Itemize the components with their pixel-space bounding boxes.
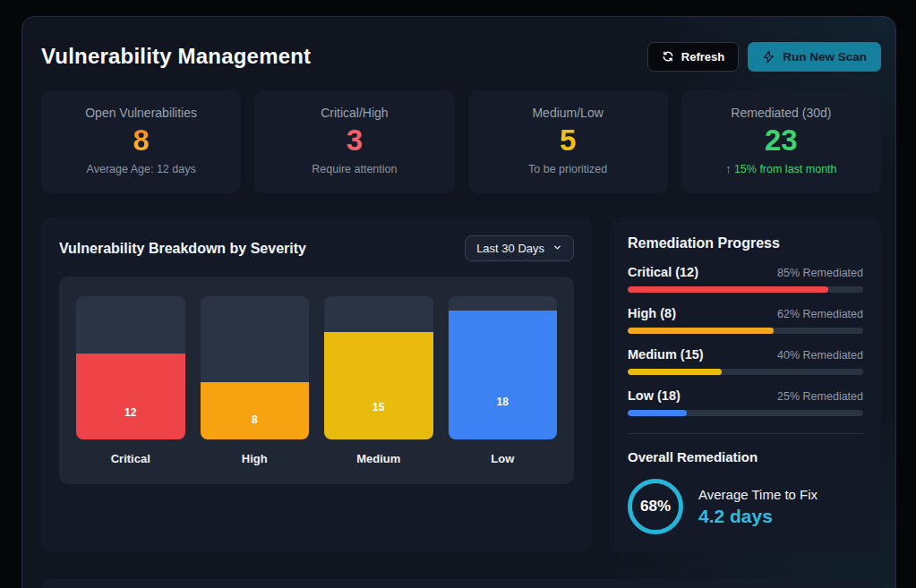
stat-card-medium-low: Medium/Low 5 To be prioritized — [468, 90, 668, 193]
stat-sub: Average Age: 12 days — [41, 163, 241, 175]
bar-value: 12 — [76, 406, 185, 419]
avg-time-label: Average Time to Fix — [698, 487, 818, 502]
progress-track — [628, 328, 863, 334]
stat-label: Remediated (30d) — [681, 106, 881, 120]
progress-label: Low (18) — [628, 388, 681, 403]
bar-label-high: High — [201, 452, 310, 465]
progress-fill-low — [628, 410, 687, 416]
bar-value: 18 — [449, 396, 558, 408]
time-range-value: Last 30 Days — [476, 242, 544, 255]
header: Vulnerability Management Refresh Run Ne — [41, 41, 881, 72]
bar-label-low: Low — [449, 452, 558, 465]
stat-sub: Require attention — [254, 163, 454, 175]
avg-time-value: 4.2 days — [698, 506, 818, 527]
run-new-scan-label: Run New Scan — [783, 50, 867, 64]
progress-row-medium: Medium (15) 40% Remediated — [628, 347, 863, 375]
page-title: Vulnerability Management — [41, 44, 311, 69]
progress-track — [628, 369, 863, 375]
chart-card-header: Vulnerability Breakdown by Severity Last… — [59, 235, 574, 261]
bar-track-high: 8 — [201, 296, 310, 439]
divider — [628, 433, 863, 434]
overall-remediation-title: Overall Remediation — [628, 449, 863, 464]
bar-track-critical: 12 — [76, 296, 185, 439]
bar-track-medium: 15 — [324, 296, 433, 439]
stat-value-remediated: 23 — [681, 124, 881, 157]
progress-row-low: Low (18) 25% Remediated — [628, 388, 863, 416]
page-background: { "header": { "title": "Vulnerability Ma… — [0, 0, 916, 588]
bar-label-critical: Critical — [76, 452, 185, 465]
stat-label: Critical/High — [254, 106, 454, 120]
overall-remediation-ring: 68% — [628, 479, 683, 534]
chart-title: Vulnerability Breakdown by Severity — [59, 241, 306, 257]
progress-label: Critical (12) — [628, 265, 698, 279]
progress-track — [628, 410, 863, 416]
bars-row: 12 8 15 18 — [76, 296, 557, 439]
progress-row-critical: Critical (12) 85% Remediated — [628, 265, 863, 293]
stat-card-critical-high: Critical/High 3 Require attention — [254, 90, 454, 193]
progress-status: 62% Remediated — [777, 308, 863, 320]
progress-fill-critical — [628, 286, 828, 293]
progress-fill-medium — [628, 369, 722, 375]
stat-value-critical-high: 3 — [254, 124, 454, 157]
bar-high: 8 — [201, 382, 310, 439]
stat-card-open-vulnerabilities: Open Vulnerabilities 8 Average Age: 12 d… — [41, 90, 241, 193]
progress-fill-high — [628, 328, 774, 334]
next-section-card — [41, 579, 881, 588]
severity-bar-chart: 12 8 15 18 — [59, 277, 574, 484]
refresh-button[interactable]: Refresh — [647, 42, 739, 72]
refresh-button-label: Refresh — [681, 50, 724, 64]
header-actions: Refresh Run New Scan — [647, 42, 881, 72]
progress-status: 85% Remediated — [777, 267, 863, 279]
stat-label: Medium/Low — [468, 106, 668, 120]
run-new-scan-button[interactable]: Run New Scan — [748, 42, 881, 72]
stat-value-medium-low: 5 — [468, 124, 668, 157]
stat-card-remediated: Remediated (30d) 23 ↑ 15% from last mont… — [681, 90, 881, 193]
remediation-title: Remediation Progress — [628, 235, 863, 251]
bar-track-low: 18 — [449, 296, 558, 439]
progress-label: Medium (15) — [628, 347, 704, 362]
main-row: Vulnerability Breakdown by Severity Last… — [41, 217, 881, 551]
stat-label: Open Vulnerabilities — [41, 106, 241, 120]
stat-sub: To be prioritized — [468, 163, 668, 175]
bar-medium: 15 — [324, 332, 433, 439]
bar-value: 15 — [324, 401, 433, 413]
avg-time-block: Average Time to Fix 4.2 days — [698, 487, 818, 527]
remediation-progress-card: Remediation Progress Critical (12) 85% R… — [610, 217, 881, 552]
progress-status: 25% Remediated — [777, 390, 863, 403]
refresh-icon — [662, 50, 674, 63]
dashboard-container: Vulnerability Management Refresh Run Ne — [21, 16, 896, 588]
stat-trend: ↑ 15% from last month — [681, 163, 881, 175]
bar-labels-row: Critical High Medium Low — [76, 452, 557, 465]
overall-remediation-row: 68% Average Time to Fix 4.2 days — [628, 479, 863, 534]
severity-chart-card: Vulnerability Breakdown by Severity Last… — [41, 217, 592, 552]
bar-label-medium: Medium — [324, 452, 433, 465]
bar-value: 8 — [201, 413, 310, 426]
bar-low: 18 — [449, 311, 558, 439]
stats-row: Open Vulnerabilities 8 Average Age: 12 d… — [41, 90, 881, 193]
stat-value-open: 8 — [133, 124, 149, 157]
time-range-dropdown[interactable]: Last 30 Days — [465, 235, 574, 261]
lightning-icon — [762, 50, 775, 64]
progress-label: High (8) — [628, 306, 676, 320]
bar-critical: 12 — [76, 354, 185, 439]
chevron-down-icon — [552, 242, 562, 255]
progress-status: 40% Remediated — [777, 349, 863, 362]
progress-track — [628, 286, 863, 293]
progress-row-high: High (8) 62% Remediated — [628, 306, 863, 334]
